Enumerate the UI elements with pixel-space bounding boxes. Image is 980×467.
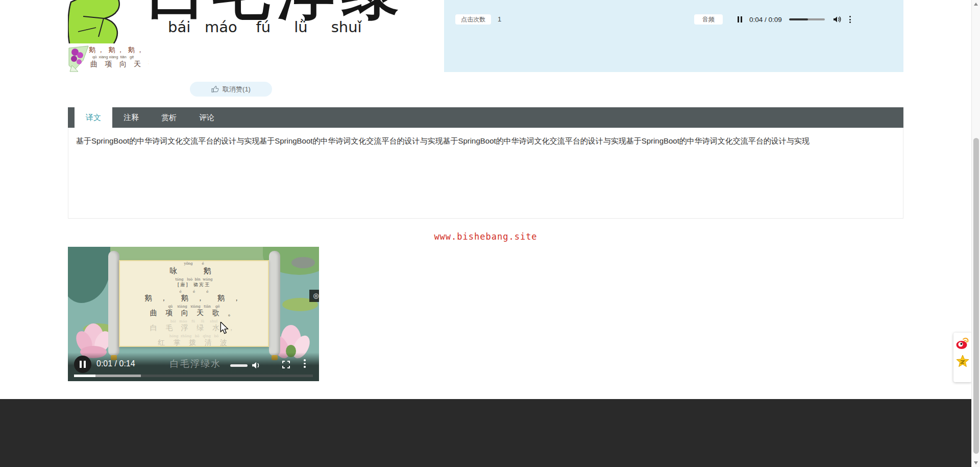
video-menu-button[interactable] <box>304 359 306 368</box>
video-controls-bar: 0:01 / 0:14 白毛浮绿水 <box>68 353 319 381</box>
lotus-flower-image <box>68 45 91 72</box>
thumb-poem-line2: 曲 项 向 天 歌. <box>90 60 149 69</box>
poem-line3: 白 毛 浮 绿 水 ， <box>119 323 269 333</box>
click-count-value: 1 <box>498 15 501 23</box>
audio-pause-icon[interactable] <box>738 16 742 22</box>
poem-title-pinyin: yǒng é <box>119 262 269 266</box>
video-scene-tree <box>68 247 110 303</box>
poem-line2-pinyin: qū xiàng xiàng tiān gē <box>119 305 269 309</box>
poem-line2: 曲 项 向 天 歌 。 <box>119 309 269 318</box>
goose-cartoon-image <box>68 0 144 43</box>
poem-main-image[interactable]: 白毛浮绿水。 bái máo fú lǜ shuǐ <box>68 0 403 43</box>
video-volume-slider[interactable] <box>230 364 248 367</box>
scroll-roller-left <box>108 251 119 356</box>
translation-content-panel: 基于SpringBoot的中华诗词文化交流平台的设计与实现基于SpringBoo… <box>68 128 903 219</box>
poem-line4-pinyin: hóng zhǎng bō qīng bō <box>119 334 269 338</box>
click-count-label: 点击次数 <box>455 14 491 25</box>
share-widget <box>953 333 972 382</box>
video-poem-text: yǒng é 咏 鹅 táng luò bīn wáng [唐] 骆宾王 é é… <box>119 260 269 347</box>
poem-thumbnail-image[interactable]: 鹅 ， 鹅 ， 鹅 ， qū xiàng xiàng tiān gē 曲 项 向… <box>68 45 149 72</box>
video-volume-control[interactable] <box>230 361 261 370</box>
video-watermark-button[interactable]: ◎ <box>309 290 319 302</box>
scroll-roller-right <box>269 251 280 356</box>
poem-author-pinyin: táng luò bīn wáng <box>119 277 269 282</box>
poem-line4: 红 掌 拨 清 波 <box>119 338 269 347</box>
video-time-display: 0:01 / 0:14 <box>96 359 135 368</box>
audio-time-display: 0:04 / 0:09 <box>749 16 782 24</box>
video-progress-bar[interactable] <box>74 375 313 377</box>
thumbs-up-icon <box>211 85 219 93</box>
qzone-star-icon[interactable] <box>956 355 969 368</box>
detail-tabs: 译文 注释 赏析 评论 <box>68 107 903 128</box>
thumb-poem-pinyin: qū xiàng xiàng tiān gē <box>92 55 134 59</box>
poem-line3-pinyin: bái máo fú lǜ shuǐ <box>119 319 269 323</box>
weibo-share-icon[interactable] <box>955 336 970 350</box>
thumb-poem-line1: 鹅 ， 鹅 ， 鹅 ， <box>89 45 143 55</box>
unlike-button-label: 取消赞(1) <box>223 85 251 94</box>
audio-progress-fill <box>789 18 808 20</box>
scrollbar-down-arrow[interactable] <box>974 461 978 464</box>
tab-comments[interactable]: 评论 <box>188 107 226 128</box>
poem-video-player[interactable]: yǒng é 咏 鹅 táng luò bīn wáng [唐] 骆宾王 é é… <box>68 247 319 381</box>
poem-line1: 鹅 ， 鹅 ， 鹅 ， <box>119 294 269 303</box>
audio-player[interactable]: 0:04 / 0:09 <box>738 12 865 27</box>
audio-label: 音频 <box>694 14 723 25</box>
audio-volume-icon[interactable] <box>833 15 841 24</box>
page-footer <box>0 399 971 467</box>
poem-detail-page: 白毛浮绿水。 bái máo fú lǜ shuǐ 鹅 ， 鹅 ， 鹅 ， qū… <box>0 0 980 467</box>
site-watermark-link[interactable]: www.bishebang.site <box>68 231 903 242</box>
vertical-scrollbar[interactable] <box>971 0 980 467</box>
poem-line1-pinyin: é é é <box>119 290 269 294</box>
translation-text: 基于SpringBoot的中华诗词文化交流平台的设计与实现基于SpringBoo… <box>76 135 895 147</box>
tab-appreciation[interactable]: 赏析 <box>150 107 188 128</box>
poem-title: 咏 鹅 <box>119 266 269 276</box>
poem-author: [唐] 骆宾王 <box>119 282 269 288</box>
video-subtitle-text: 白毛浮绿水 <box>170 358 221 370</box>
video-played-fill <box>74 375 95 377</box>
audio-progress-bar[interactable] <box>789 18 825 20</box>
scrollbar-thumb[interactable] <box>973 138 979 454</box>
video-fullscreen-button[interactable] <box>282 361 290 368</box>
audio-menu-icon[interactable] <box>849 16 851 23</box>
stats-panel: 点击次数 1 音频 0:04 / 0:09 <box>444 0 903 72</box>
video-pause-button[interactable] <box>74 356 91 373</box>
scrollbar-up-arrow[interactable] <box>974 3 978 6</box>
tab-annotation[interactable]: 注释 <box>112 107 150 128</box>
video-volume-icon[interactable] <box>252 361 261 370</box>
video-scene-rock <box>291 257 315 268</box>
tab-translation[interactable]: 译文 <box>75 107 112 128</box>
unlike-button[interactable]: 取消赞(1) <box>190 82 272 97</box>
poem-pinyin-row: bái máo fú lǜ shuǐ <box>168 18 362 36</box>
